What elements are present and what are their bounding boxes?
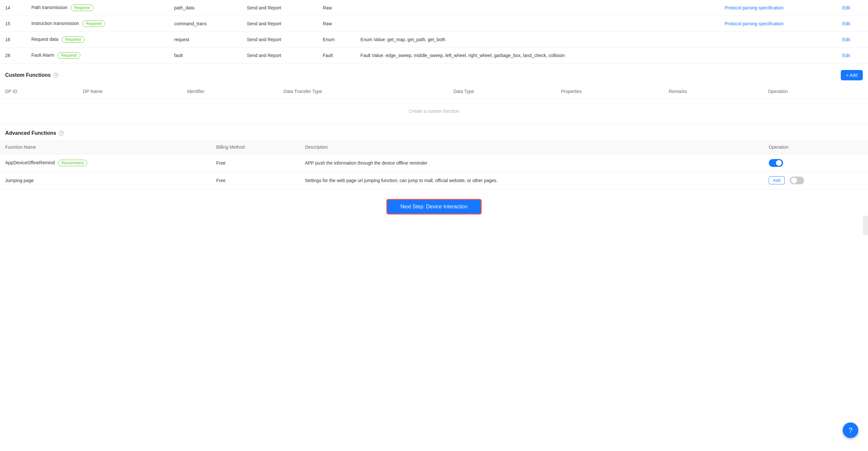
required-badge: Required — [82, 21, 105, 27]
row-name: Instruction transmission Required — [26, 16, 169, 32]
row-id: 16 — [0, 32, 26, 47]
row-transfer-type: Send and Report — [242, 47, 318, 64]
operation-cell — [769, 159, 863, 167]
row-transfer-type: Send and Report — [242, 16, 318, 32]
row-operation: Edit — [837, 16, 868, 32]
advanced-row: Jumping page Free Settings for the web p… — [0, 172, 868, 189]
row-data-type: Fault — [318, 47, 355, 64]
toggle-switch[interactable] — [790, 176, 804, 184]
row-properties — [355, 16, 719, 32]
edit-link[interactable]: Edit — [842, 5, 850, 10]
table-row: 15 Instruction transmission Required com… — [0, 16, 868, 32]
row-id: 15 — [0, 16, 26, 32]
advanced-functions-label: Advanced Functions — [5, 130, 56, 136]
custom-empty-row: Create a custom function — [0, 99, 868, 124]
custom-functions-help-icon[interactable]: ? — [53, 72, 58, 78]
advanced-row-name: AppDeviceOffineRemind Recommend — [0, 155, 211, 172]
row-transfer-type: Send and Report — [242, 32, 318, 47]
row-operation: Edit — [837, 47, 868, 64]
row-identifier: request — [169, 32, 242, 47]
row-name: Request data Required — [26, 32, 169, 47]
row-remarks — [719, 32, 837, 47]
column-header: DP Name — [78, 84, 182, 99]
required-badge: Required — [71, 4, 94, 11]
row-name: Fault Alarm Required — [26, 47, 169, 64]
row-operation: Edit — [837, 0, 868, 16]
edit-link[interactable]: Edit — [842, 53, 850, 58]
row-operation: Edit — [837, 32, 868, 47]
advanced-functions-help-icon[interactable]: ? — [59, 131, 64, 136]
table-row: 16 Request data Required request Send an… — [0, 32, 868, 47]
custom-add-button[interactable]: + Add — [841, 70, 863, 80]
column-header: Billing Method — [211, 140, 300, 155]
column-header: Data Type — [448, 84, 556, 99]
column-header: Properties — [556, 84, 664, 99]
advanced-row-description: APP push the information through the dev… — [300, 155, 764, 172]
row-identifier: fault — [169, 47, 242, 64]
required-badge: Required — [57, 52, 81, 59]
advanced-functions-table: Function NameBilling MethodDescriptionOp… — [0, 140, 868, 189]
row-remarks: Protocol parsing specification — [719, 0, 837, 16]
column-header: Operation — [764, 140, 868, 155]
row-id: 14 — [0, 0, 26, 16]
edit-link[interactable]: Edit — [842, 21, 850, 26]
advanced-row-operation: Add — [764, 172, 868, 189]
custom-functions-title: Custom Functions ? — [5, 72, 58, 78]
row-identifier: path_data — [169, 0, 242, 16]
custom-functions-header: Custom Functions ? + Add — [0, 64, 868, 84]
table-row: 28 Fault Alarm Required fault Send and R… — [0, 47, 868, 64]
column-header: Identifier — [182, 84, 278, 99]
column-header: Data Transfer Type — [278, 84, 448, 99]
advanced-functions-header: Advanced Functions ? — [0, 124, 868, 140]
row-remarks: Protocol parsing specification — [719, 16, 837, 32]
row-data-type: Raw — [318, 0, 355, 16]
column-header: Operation — [763, 84, 868, 99]
row-id: 28 — [0, 47, 26, 64]
row-identifier: command_trans — [169, 16, 242, 32]
add-feature-button[interactable]: Add — [769, 176, 785, 184]
advanced-row-name: Jumping page — [0, 172, 211, 189]
column-header: Function Name — [0, 140, 211, 155]
row-properties: Fault Value: edge_sweep, middle_sweep, l… — [355, 47, 719, 64]
row-data-type: Enum — [318, 32, 355, 47]
recommend-badge: Recommend — [58, 160, 87, 166]
advanced-row-operation — [764, 155, 868, 172]
scroll-indicator — [863, 216, 868, 227]
advanced-row-description: Settings for the web page url jumping fu… — [300, 172, 764, 189]
row-data-type: Raw — [318, 16, 355, 32]
column-header: DP ID — [0, 84, 78, 99]
column-header: Description — [300, 140, 764, 155]
row-properties — [355, 0, 719, 16]
row-properties: Enum Value: get_map, get_path, get_both — [355, 32, 719, 47]
advanced-row-billing: Free — [211, 172, 300, 189]
next-step-container: Next Step: Device Interaction — [0, 189, 868, 227]
table-row: 14 Path transmission Required path_data … — [0, 0, 868, 16]
row-remarks — [719, 47, 837, 64]
toggle-switch[interactable] — [769, 159, 783, 167]
advanced-functions-title: Advanced Functions ? — [5, 130, 64, 136]
custom-functions-table: DP IDDP NameIdentifierData Transfer Type… — [0, 84, 868, 124]
custom-functions-label: Custom Functions — [5, 72, 51, 78]
next-step-button[interactable]: Next Step: Device Interaction — [386, 199, 481, 215]
row-name: Path transmission Required — [26, 0, 169, 16]
advanced-row-billing: Free — [211, 155, 300, 172]
page-container: 14 Path transmission Required path_data … — [0, 0, 868, 227]
column-header: Remarks — [663, 84, 763, 99]
custom-empty-text: Create a custom function — [0, 99, 868, 124]
standard-functions-table: 14 Path transmission Required path_data … — [0, 0, 868, 64]
required-badge: Required — [62, 36, 85, 43]
operation-cell: Add — [769, 176, 863, 184]
advanced-row: AppDeviceOffineRemind Recommend Free APP… — [0, 155, 868, 172]
remarks-link[interactable]: Protocol parsing specification — [724, 5, 783, 10]
row-transfer-type: Send and Report — [242, 0, 318, 16]
edit-link[interactable]: Edit — [842, 37, 850, 42]
remarks-link[interactable]: Protocol parsing specification — [724, 21, 783, 26]
